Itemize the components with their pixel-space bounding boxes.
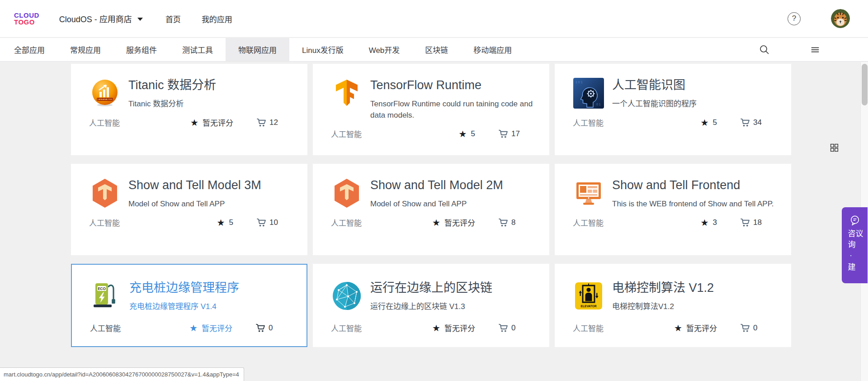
- star-icon: ★: [459, 129, 467, 138]
- rating-group: ★ 3: [701, 218, 717, 227]
- cart-icon: [498, 217, 509, 228]
- scrollbar-thumb[interactable]: [862, 64, 868, 105]
- cart-icon: [740, 217, 750, 228]
- elevator-icon: ELEVATOR: [573, 280, 604, 312]
- consult-feedback-button[interactable]: 咨询·建议: [842, 207, 868, 283]
- app-card-elevator[interactable]: ELEVATOR 电梯控制算法 V1.2 电梯控制算法V1.2 人工智能 ★ 暂…: [555, 264, 791, 347]
- app-card-grid: DATA ANALYSIS Titanic 数据分析 Titanic 数据分析 …: [71, 64, 791, 347]
- help-icon[interactable]: ?: [788, 12, 801, 25]
- app-category: 人工智能: [573, 322, 604, 333]
- app-category: 人工智能: [89, 117, 120, 128]
- app-title: Show and Tell Model 3M: [128, 177, 261, 193]
- consult-chat-icon: [849, 214, 861, 226]
- app-card-ai-vision[interactable]: 1 0 1 0 1 人工智能识图 一个人工智能识图的程序 人工智能: [555, 64, 791, 155]
- tab-iot-apps[interactable]: 物联网应用: [226, 38, 289, 61]
- app-title: Titanic 数据分析: [128, 77, 216, 93]
- app-title: 人工智能识图: [612, 77, 697, 93]
- app-category: 人工智能: [331, 322, 362, 333]
- cart-count: 8: [511, 218, 515, 227]
- app-category: 人工智能: [90, 322, 121, 333]
- cart-icon: [256, 117, 267, 128]
- app-card-show-tell-2m[interactable]: Show and Tell Model 2M Model of Show and…: [313, 164, 549, 255]
- star-icon: ★: [674, 324, 682, 333]
- app-subtitle: 充电桩边缘管理程序 V1.4: [129, 301, 239, 312]
- cart-group: 0: [255, 323, 287, 333]
- tab-blockchain[interactable]: 区块链: [412, 38, 461, 61]
- app-title: 运行在边缘上的区块链: [370, 280, 492, 295]
- consult-button-label: 咨询·建议: [847, 229, 863, 283]
- star-icon: ★: [432, 218, 440, 227]
- rating-group: ★ 暂无评分: [432, 322, 475, 333]
- tab-mobile-apps[interactable]: 移动端应用: [461, 38, 524, 61]
- app-subtitle: 一个人工智能识图的程序: [612, 98, 697, 110]
- app-card-ev-charger[interactable]: ECO 充电桩边缘管理程序 充电桩边缘管理程序 V1.4 人工智能 ★ 暂无评分…: [71, 264, 307, 347]
- rating-text: 暂无评分: [203, 117, 233, 128]
- ai-vision-icon: 1 0 1 0 1: [573, 77, 604, 109]
- tensorflow-icon: [331, 77, 363, 109]
- cart-icon: [498, 323, 509, 333]
- tab-web-dev[interactable]: Web开发: [356, 38, 413, 61]
- rating-group: ★ 5: [701, 118, 717, 127]
- top-header: CLOUD TOGO CloudOS - 应用商店 首页 我的应用 ?: [0, 0, 868, 38]
- category-tabbar: 全部应用 常规应用 服务组件 测试工具 物联网应用 Linux发行版 Web开发…: [0, 38, 868, 62]
- tiger-avatar-image: [831, 9, 850, 28]
- user-avatar[interactable]: [831, 9, 850, 28]
- cart-count: 18: [753, 218, 762, 227]
- cart-group: 17: [498, 129, 529, 139]
- cart-count: 0: [269, 324, 273, 333]
- rating-text: 5: [229, 218, 233, 227]
- app-subtitle: Titanic 数据分析: [128, 98, 216, 110]
- header-right-group: ?: [788, 9, 868, 28]
- cloudtogo-logo[interactable]: CLOUD TOGO: [14, 12, 39, 25]
- svg-text:0 1: 0 1: [596, 103, 601, 106]
- cart-icon: [740, 117, 750, 128]
- app-subtitle: 运行在边缘上的区块链 V1.3: [370, 301, 492, 312]
- nav-home[interactable]: 首页: [165, 13, 181, 24]
- tab-test-tools[interactable]: 测试工具: [170, 38, 226, 61]
- cart-count: 0: [753, 324, 757, 333]
- cart-count: 10: [269, 218, 278, 227]
- star-icon: ★: [217, 218, 225, 227]
- app-card-show-tell-frontend[interactable]: Show and Tell Frontend This is the WEB f…: [555, 164, 791, 255]
- tab-linux-distros[interactable]: Linux发行版: [289, 38, 356, 61]
- cart-group: 8: [498, 217, 529, 228]
- app-subtitle: 电梯控制算法V1.2: [612, 301, 714, 312]
- cart-icon: [498, 129, 509, 139]
- svg-text:DATA ANALYSIS: DATA ANALYSIS: [98, 98, 113, 100]
- app-card-tensorflow-runtime[interactable]: TensorFlow Runtime TensorFlow Runtime co…: [313, 64, 549, 155]
- svg-text:ECO: ECO: [98, 287, 106, 291]
- app-switcher-dropdown[interactable]: CloudOS - 应用商店: [59, 13, 143, 24]
- cart-group: 34: [740, 117, 771, 128]
- tensorflow-hexagon-icon: [331, 177, 363, 209]
- tensorflow-hexagon-icon: [89, 177, 121, 209]
- list-view-icon[interactable]: [809, 44, 821, 56]
- cart-group: 0: [498, 323, 529, 333]
- app-category: 人工智能: [331, 128, 362, 139]
- svg-text:1 0 1: 1 0 1: [576, 81, 583, 84]
- star-icon: ★: [189, 324, 198, 333]
- rating-text: 暂无评分: [444, 217, 475, 228]
- tab-service-components[interactable]: 服务组件: [113, 38, 170, 61]
- app-card-show-tell-3m[interactable]: Show and Tell Model 3M Model of Show and…: [71, 164, 307, 255]
- app-category: 人工智能: [331, 217, 362, 228]
- nav-my-apps[interactable]: 我的应用: [202, 13, 232, 24]
- app-category: 人工智能: [573, 117, 604, 128]
- blockchain-icon: [331, 280, 363, 312]
- link-preview-statusbar: mart.cloudtogo.cn/app/detail?id=A2006060…: [0, 367, 244, 381]
- rating-group: ★ 5: [217, 218, 233, 227]
- rating-text: 5: [713, 118, 717, 127]
- tab-all-apps[interactable]: 全部应用: [1, 38, 57, 61]
- logo-line2: TOGO: [14, 19, 39, 25]
- star-icon: ★: [432, 324, 440, 333]
- cart-count: 34: [753, 118, 762, 127]
- app-subtitle: TensorFlow Runtime could run taining cod…: [370, 98, 536, 121]
- app-card-edge-blockchain[interactable]: 运行在边缘上的区块链 运行在边缘上的区块链 V1.3 人工智能 ★ 暂无评分 0: [313, 264, 549, 347]
- app-category: 人工智能: [573, 217, 604, 228]
- cart-group: 12: [256, 117, 288, 128]
- cart-icon: [256, 217, 267, 228]
- cart-icon: [255, 323, 266, 333]
- search-icon[interactable]: [759, 44, 770, 56]
- tab-general-apps[interactable]: 常规应用: [57, 38, 113, 61]
- app-card-titanic[interactable]: DATA ANALYSIS Titanic 数据分析 Titanic 数据分析 …: [71, 64, 307, 155]
- cart-group: 10: [256, 217, 288, 228]
